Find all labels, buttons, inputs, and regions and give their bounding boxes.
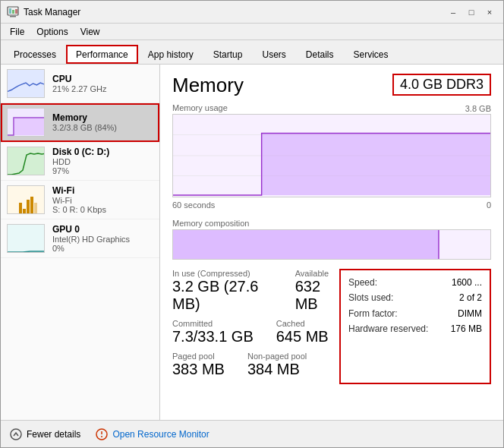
svg-rect-1 [9,8,11,14]
disk-label: Disk 0 (C: D:) [52,147,153,157]
wifi-stat2: S: 0 R: 0 Kbps [52,205,153,214]
svg-rect-15 [34,203,37,213]
slots-val: 2 of 2 [459,290,482,305]
stat-committed: Committed 7.3/33.1 GB [172,319,254,345]
svg-rect-9 [8,147,45,175]
sidebar-item-wifi[interactable]: Wi-Fi Wi-Fi S: 0 R: 0 Kbps [1,181,159,219]
gpu-label: GPU 0 [52,224,153,235]
sidebar-item-disk[interactable]: Disk 0 (C: D:) HDD 97% [1,142,159,181]
tab-details[interactable]: Details [296,45,344,64]
gpu-thumbnail [7,224,45,253]
stat-nonpaged-label: Non-paged pool [247,352,307,361]
memory-type-badge: 4.0 GB DDR3 [392,74,491,96]
sidebar-item-memory[interactable]: Memory 3.2/3.8 GB (84%) [1,103,159,142]
usage-chart-footer: 60 seconds 0 [172,200,491,211]
close-button[interactable]: × [482,5,497,20]
menu-file[interactable]: File [4,25,30,39]
task-manager-window: Task Manager – □ × File Options View Pro… [0,0,504,448]
memory-composition-chart [172,229,491,260]
title-bar: Task Manager – □ × [1,1,503,24]
sidebar-item-gpu[interactable]: GPU 0 Intel(R) HD Graphics 0% [1,219,159,258]
wifi-info: Wi-Fi Wi-Fi S: 0 R: 0 Kbps [52,185,153,214]
tab-users[interactable]: Users [252,45,295,64]
disk-info: Disk 0 (C: D:) HDD 97% [52,147,153,175]
stat-cached-label: Cached [276,319,329,328]
form-val: DIMM [458,306,482,321]
time-left-label: 60 seconds [172,200,215,210]
info-reserved-row: Hardware reserved: 176 MB [348,321,482,336]
title-bar-controls: – □ × [446,5,497,20]
menu-options[interactable]: Options [30,25,74,39]
stat-nonpaged: Non-paged pool 384 MB [247,352,307,378]
gpu-stat1: Intel(R) HD Graphics [52,235,153,244]
usage-chart-header: Memory usage 3.8 GB [172,103,491,114]
info-form-row: Form factor: DIMM [348,306,482,321]
menu-view[interactable]: View [74,25,106,39]
maximize-button[interactable]: □ [464,5,479,20]
stat-available-value: 632 MB [295,278,339,313]
svg-point-28 [101,436,102,437]
disk-stat2: 97% [52,166,153,175]
reserved-val: 176 MB [451,321,482,336]
stat-committed-label: Committed [172,319,254,328]
wifi-stat1: Wi-Fi [52,196,153,205]
sidebar-item-cpu[interactable]: CPU 21% 2.27 GHz [1,65,159,103]
stats-left: In use (Compressed) 3.2 GB (27.6 MB) Ava… [172,269,339,384]
speed-val: 1600 ... [452,275,482,290]
stat-committed-value: 7.3/33.1 GB [172,328,254,345]
usage-right-label: 3.8 GB [465,104,491,113]
stat-in-use-value: 3.2 GB (27.6 MB) [172,278,272,313]
svg-rect-14 [30,197,33,213]
tab-startup[interactable]: Startup [203,45,253,64]
stat-paged-value: 383 MB [172,361,225,378]
tab-bar: Processes Performance App history Startu… [1,40,503,65]
tab-processes[interactable]: Processes [4,45,66,64]
fewer-details-label: Fewer details [27,429,80,440]
main-panel: Memory 4.0 GB DDR3 Memory usage 3.8 GB [160,65,503,420]
disk-thumbnail [7,147,45,175]
memory-usage-chart [172,114,491,197]
reserved-key: Hardware reserved: [348,321,428,336]
tab-services[interactable]: Services [344,45,398,64]
title-bar-left: Task Manager [7,6,80,18]
main-header: Memory 4.0 GB DDR3 [172,74,491,97]
info-speed-row: Speed: 1600 ... [348,275,482,290]
svg-rect-12 [19,203,22,213]
cpu-thumbnail [7,69,45,98]
memory-label: Memory [52,112,153,123]
cpu-label: CPU [52,74,153,84]
tab-app-history[interactable]: App history [138,45,203,64]
open-monitor-label: Open Resource Monitor [112,429,209,440]
stat-in-use-label: In use (Compressed) [172,269,272,278]
composition-label: Memory composition [172,219,491,228]
memory-info: Memory 3.2/3.8 GB (84%) [52,112,153,132]
svg-rect-23 [173,230,439,259]
svg-rect-11 [23,209,26,213]
wifi-thumbnail [7,185,45,214]
chevron-up-icon [10,428,22,440]
slots-key: Slots used: [348,290,393,305]
svg-rect-16 [8,225,45,253]
info-slots-row: Slots used: 2 of 2 [348,290,482,305]
stat-available: Available 632 MB [295,269,339,313]
content-area: CPU 21% 2.27 GHz Memory 3.2/3.8 GB (84%) [1,65,503,420]
sidebar: CPU 21% 2.27 GHz Memory 3.2/3.8 GB (84%) [1,65,160,420]
memory-stat: 3.2/3.8 GB (84%) [52,123,153,132]
stat-available-label: Available [295,269,339,278]
gpu-stat2: 0% [52,244,153,253]
form-key: Form factor: [348,306,398,321]
main-title: Memory [172,74,244,97]
menu-bar: File Options View [1,24,503,40]
disk-stat1: HDD [52,157,153,166]
svg-rect-7 [14,118,45,135]
stat-cached-value: 645 MB [276,328,329,345]
open-resource-monitor-button[interactable]: Open Resource Monitor [96,428,209,440]
svg-rect-10 [8,186,45,214]
minimize-button[interactable]: – [446,5,461,20]
taskmanager-icon [7,6,19,18]
window-title: Task Manager [24,7,80,17]
svg-point-25 [11,429,21,440]
time-right-label: 0 [487,200,491,210]
tab-performance[interactable]: Performance [66,45,138,64]
fewer-details-button[interactable]: Fewer details [10,428,80,440]
